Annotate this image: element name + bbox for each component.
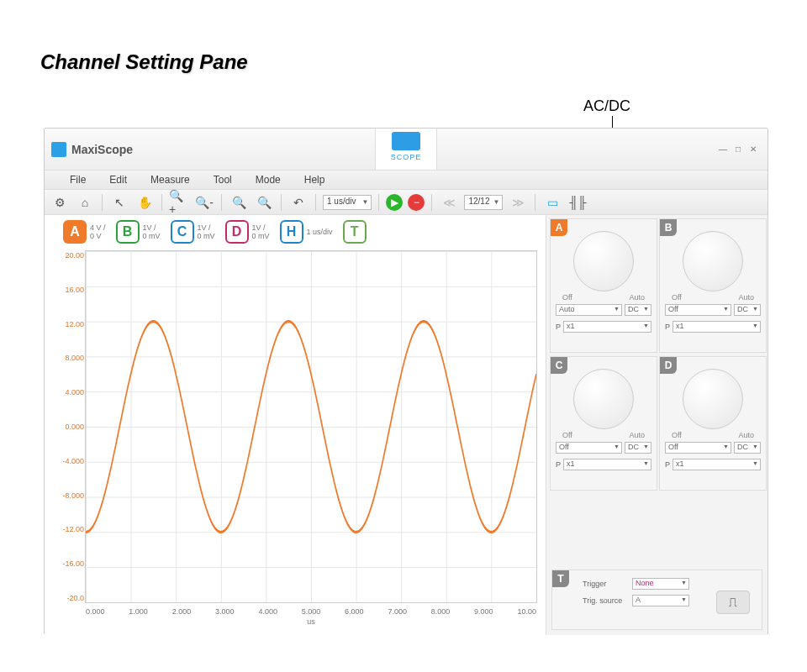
trigger-source-select[interactable]: A [632, 595, 689, 606]
zoom-in-icon[interactable]: 🔍+ [169, 193, 189, 212]
timebase-select[interactable]: 1 us/div [323, 195, 372, 210]
channel-d-probe-select[interactable]: x1 [672, 459, 761, 470]
menu-mode[interactable]: Mode [256, 174, 281, 186]
maximize-button[interactable]: □ [731, 144, 746, 154]
y-axis: 20.0016.0012.008.0004.0000.000-4.000-8.0… [52, 251, 84, 602]
undo-icon[interactable]: ↶ [288, 193, 309, 212]
channel-h-info: 1 us/div [307, 228, 333, 236]
channel-d-info: 1V /0 mV [252, 223, 270, 240]
x-axis-unit: us [307, 617, 315, 626]
channel-setting-pane: A OffAuto AutoDC Px1 B OffAuto OffDC Px1… [546, 215, 767, 635]
channel-b-badge[interactable]: B [116, 220, 140, 244]
app-window: MaxiScope — □ ✕ SCOPE File Edit Measure … [44, 128, 768, 635]
prev-page-icon[interactable]: ≪ [439, 193, 459, 212]
x-axis: 0.0001.0002.0003.0004.0005.0006.0007.000… [86, 607, 536, 616]
channel-a-coupling-select[interactable]: DC [625, 304, 651, 316]
waveform-trace-a [86, 251, 536, 602]
channel-a-knob-panel: A OffAuto AutoDC Px1 [550, 218, 657, 353]
minimize-button[interactable]: — [715, 144, 731, 154]
channel-c-probe-select[interactable]: x1 [563, 459, 651, 470]
channel-b-tag: B [660, 219, 677, 236]
channel-d-badge[interactable]: D [225, 220, 249, 244]
channel-b-info: 1V /0 mV [143, 223, 161, 240]
scope-mode-tab[interactable]: SCOPE [375, 129, 437, 171]
channel-a-probe-select[interactable]: x1 [563, 321, 651, 333]
menu-tool[interactable]: Tool [214, 174, 232, 186]
titlebar: MaxiScope — □ ✕ SCOPE [45, 129, 767, 171]
channel-h-badge[interactable]: H [280, 220, 303, 244]
channel-b-knob[interactable] [683, 231, 743, 291]
close-button[interactable]: ✕ [746, 144, 761, 154]
app-logo [51, 142, 66, 157]
stop-button[interactable]: − [408, 194, 425, 211]
toolbar: ⚙ ⌂ ↖ ✋ 🔍+ 🔍- 🔍 🔍 ↶ 1 us/div ▶ − ≪ 12/12… [45, 190, 767, 215]
waveform-plot[interactable]: 20.0016.0012.008.0004.0000.000-4.000-8.0… [85, 250, 537, 603]
channel-d-knob-panel: D OffAuto OffDC Px1 [659, 356, 767, 491]
channel-a-tag: A [551, 219, 567, 236]
app-title: MaxiScope [71, 143, 133, 156]
channel-t-badge[interactable]: T [343, 220, 367, 244]
home-icon[interactable]: ⌂ [75, 193, 95, 212]
scope-icon [392, 132, 420, 150]
menu-measure[interactable]: Measure [150, 174, 190, 186]
menu-help[interactable]: Help [304, 174, 325, 186]
channel-c-knob[interactable] [573, 369, 634, 429]
channel-d-knob[interactable] [683, 369, 743, 429]
channel-d-coupling-select[interactable]: DC [734, 442, 761, 454]
channel-b-coupling-select[interactable]: DC [734, 304, 761, 316]
channel-a-knob[interactable] [573, 231, 634, 291]
menu-edit[interactable]: Edit [109, 174, 127, 186]
next-page-icon[interactable]: ≫ [508, 193, 528, 212]
channel-d-tag: D [660, 357, 677, 374]
hand-icon[interactable]: ✋ [134, 193, 155, 212]
zoom-window-icon[interactable]: 🔍 [229, 193, 249, 212]
menubar: File Edit Measure Tool Mode Help [45, 171, 767, 190]
channel-a-info: 4 V /0 V [90, 223, 106, 240]
trigger-panel: T TriggerNone Trig. sourceA ⎍ [551, 570, 762, 630]
zoom-out-icon[interactable]: 🔍- [194, 193, 214, 212]
channel-b-range-select[interactable]: Off [665, 304, 731, 316]
channel-c-coupling-select[interactable]: DC [625, 442, 651, 454]
channel-c-info: 1V /0 mV [198, 223, 215, 240]
menu-file[interactable]: File [70, 174, 86, 186]
channel-b-knob-panel: B OffAuto OffDC Px1 [659, 218, 767, 353]
trigger-mode-select[interactable]: None [632, 578, 689, 590]
channel-a-badge[interactable]: A [63, 220, 87, 244]
run-button[interactable]: ▶ [386, 194, 403, 211]
zoom-fit-icon[interactable]: 🔍 [254, 193, 274, 212]
channel-d-range-select[interactable]: Off [665, 442, 731, 454]
spectrum-view-icon[interactable]: ╢╟ [567, 193, 588, 212]
page-title: Channel Setting Pane [40, 50, 248, 74]
channel-a-range-select[interactable]: Auto [556, 304, 622, 316]
channel-c-tag: C [551, 357, 567, 374]
channel-c-badge[interactable]: C [171, 220, 194, 244]
acdc-callout-label: AC/DC [583, 97, 630, 115]
scope-view-icon[interactable]: ▭ [542, 193, 562, 212]
channel-c-range-select[interactable]: Off [556, 442, 622, 454]
pointer-icon[interactable]: ↖ [109, 193, 129, 212]
channel-b-probe-select[interactable]: x1 [672, 321, 761, 333]
trigger-tag: T [552, 570, 569, 587]
channel-strip: A 4 V /0 V B 1V /0 mV C 1V /0 mV D 1V /0… [50, 218, 541, 249]
plot-area: A 4 V /0 V B 1V /0 mV C 1V /0 mV D 1V /0… [45, 215, 546, 635]
trigger-edge-button[interactable]: ⎍ [716, 591, 750, 614]
settings-icon[interactable]: ⚙ [50, 193, 70, 212]
page-indicator[interactable]: 12/12 [464, 195, 503, 210]
channel-c-knob-panel: C OffAuto OffDC Px1 [550, 356, 657, 491]
